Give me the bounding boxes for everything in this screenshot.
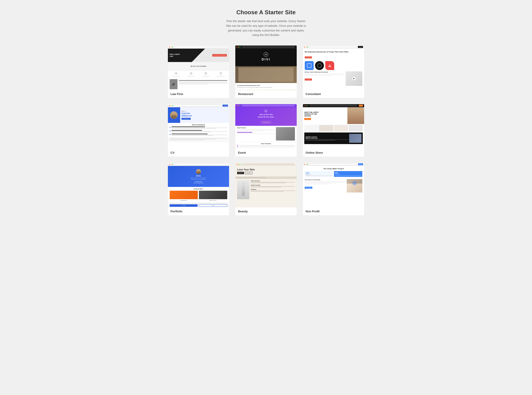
lf-hero-text: DOE & SMITHLAW <box>170 53 180 57</box>
portfolio-work-img-1 <box>170 191 198 199</box>
cons-shapes-row <box>303 61 364 71</box>
portfolio-work-img-2 <box>199 191 227 199</box>
starter-site-card[interactable]: Love Your Skin Shop Now Learn More • Bea… <box>235 163 297 215</box>
portfolio-featured-title: Featured Work <box>170 188 228 190</box>
lf-hero: DOE & SMITHLAW GET A FREE CONSULTATION <box>168 49 229 62</box>
beauty-marquee: • Beautiful skin • Healthy glow • Natura… <box>235 176 297 179</box>
event-schedule-list <box>237 145 295 148</box>
portfolio-extra: View Work Contact <box>168 202 229 208</box>
browser-bar <box>235 163 297 166</box>
lf-line <box>179 82 228 82</box>
beauty-content-row: Vitamin Enriched Attentive to Detail All… <box>235 179 297 201</box>
store-hero-img <box>347 107 364 124</box>
beauty-feat-line <box>251 187 281 187</box>
np-title: The Clean Water Project <box>305 168 363 170</box>
shape-triangle <box>328 64 331 67</box>
lf-line-short <box>187 76 195 77</box>
beauty-feat-line <box>251 182 295 182</box>
beauty-feat-title-2: Attentive to Detail <box>251 184 295 186</box>
rest-tagline: — — — <box>263 61 269 63</box>
cv-work-section: Work Experience <box>168 123 229 137</box>
cons-line <box>305 74 344 74</box>
cv-job-line <box>171 128 228 128</box>
cv-job-content <box>171 130 228 132</box>
rest-description: An award-winning dining experience in th… <box>235 83 297 90</box>
cv-job-title <box>171 134 208 134</box>
cv-job-dot <box>170 134 171 135</box>
np-image-block <box>347 179 362 192</box>
card-label: CV <box>168 149 229 157</box>
starter-site-card[interactable]: DOE & SMITHLAW GET A FREE CONSULTATION W… <box>168 45 229 98</box>
lf-text-lines <box>179 79 228 89</box>
event-line <box>237 133 275 134</box>
shape-circle-inner <box>317 63 322 68</box>
cv-job-dot <box>170 127 171 128</box>
browser-dot-yellow <box>238 164 239 165</box>
store-banner-img <box>349 134 361 143</box>
lf-line-short <box>179 84 208 84</box>
cv-avatar <box>170 111 178 119</box>
cv-job-title <box>171 130 202 131</box>
beauty-learn-btn: Learn More <box>245 172 252 174</box>
lf-icon-item <box>170 72 183 77</box>
beauty-product-img <box>237 180 249 199</box>
lf-icon-item <box>199 72 213 77</box>
browser-bar <box>235 104 297 107</box>
cv-name: CameronWilliamson <box>181 112 228 117</box>
portfolio-line <box>170 203 228 204</box>
rest-logo: D <box>264 52 268 57</box>
np-stat-label-1: Supports the... <box>306 174 332 175</box>
event-line-short <box>237 131 264 131</box>
beauty-feat-title-1: Vitamin Enriched <box>251 180 295 181</box>
starter-site-card[interactable]: Join Us For TheEvent Of The Year! Regist… <box>235 104 297 157</box>
starter-site-card[interactable]: Hello! My name is Brian, I'm a Senior Pr… <box>168 163 229 215</box>
store-product-item <box>319 125 333 132</box>
portfolio-work-1: Trinity Beauty Co. <box>170 191 198 201</box>
rest-desc-title: An award-winning dining experience in th… <box>237 85 295 86</box>
beauty-bottle-cap <box>243 183 244 184</box>
nonprofit-preview: Donate The Clean Water Project 1SM Suppo… <box>303 163 364 208</box>
portfolio-work-2: Mirage Candle Co. <box>199 191 227 201</box>
cv-job-item <box>170 130 228 132</box>
event-about-block: About The Event <box>237 127 275 141</box>
cv-hire-btn: Connect with me <box>181 118 191 120</box>
portfolio-avatar-body <box>197 172 200 174</box>
cons-play-btn: ▶ <box>352 77 356 80</box>
browser-dot-yellow <box>306 47 307 48</box>
event-sched-dot <box>237 145 238 146</box>
cons-bottom-row: We have a habit of delivering transforma… <box>303 71 364 87</box>
browser-dot-red <box>304 164 305 165</box>
page-subtitle: Pick the starter site that best suits yo… <box>226 19 306 38</box>
starter-site-card[interactable]: Contact We Empower Businesses to Forge T… <box>303 45 364 98</box>
rest-name: DIVI <box>262 58 270 61</box>
np-line-short <box>305 184 329 184</box>
beauty-feat-title-3: All Natural <box>251 189 295 190</box>
shape-blue <box>305 61 314 70</box>
cv-nav-btn: Hire Me <box>223 104 228 107</box>
np-stat-line-2 <box>335 176 361 176</box>
lf-icon-circle <box>175 72 178 75</box>
browser-dot-green <box>307 164 308 165</box>
np-line <box>305 181 346 181</box>
lf-line <box>179 83 228 83</box>
store-nav-btn: Shop <box>359 104 363 107</box>
event-title: Join Us For TheEvent Of The Year! <box>237 114 295 118</box>
starter-site-card[interactable]: D DIVI — — — An award-winning dining exp… <box>235 45 297 98</box>
browser-bar: Shop <box>303 104 364 107</box>
lf-about-title <box>179 80 228 81</box>
cv-hero: Hello, I'm CameronWilliamson Connect wit… <box>168 107 229 123</box>
starter-site-card[interactable]: Donate The Clean Water Project 1SM Suppo… <box>303 163 364 215</box>
np-stat-1: 1SM Supports the... <box>305 171 333 177</box>
event-schedule-section: Event Schedule <box>235 142 297 149</box>
starter-site-card[interactable]: Shop SHOP THE LATESTTRENDS OF THESEASON … <box>303 104 364 157</box>
portfolio-bio-cont: into visually stunningand user-friendly … <box>170 181 228 184</box>
starter-site-card[interactable]: Hire Me Hello, I'm CameronWilliamson Con… <box>168 104 229 157</box>
lf-icons-row <box>168 71 229 78</box>
shape-blue-inner <box>307 63 311 68</box>
card-label: Restaurant <box>235 90 297 98</box>
np-water-drop <box>352 181 357 185</box>
store-hero-headline: SHOP THE LATESTTRENDS OF THESEASON <box>304 111 346 117</box>
browser-dot-red <box>304 105 305 106</box>
page-header: Choose A Starter Site Pick the starter s… <box>5 9 527 38</box>
beauty-feat-line <box>251 186 295 187</box>
